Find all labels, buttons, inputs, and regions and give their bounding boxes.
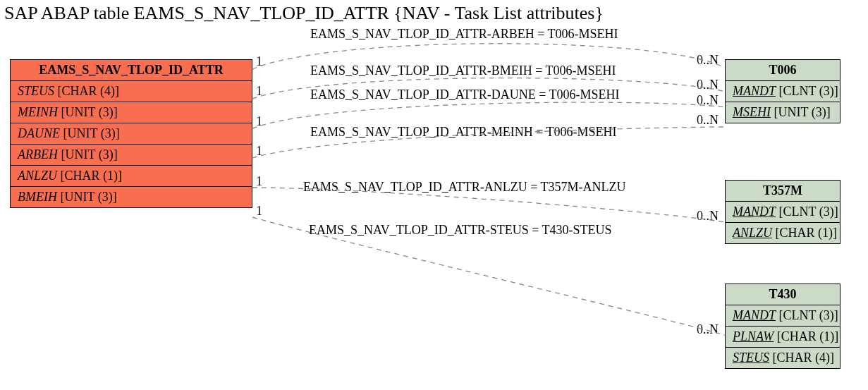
- entity-main-field: DAUNE [UNIT (3)]: [11, 123, 252, 145]
- entity-main-field: ARBEH [UNIT (3)]: [11, 145, 252, 166]
- entity-t357m: T357M MANDT [CLNT (3)] ANLZU [CHAR (1)]: [725, 180, 841, 244]
- relation-label: EAMS_S_NAV_TLOP_ID_ATTR-MEINH = T006-MSE…: [310, 125, 617, 140]
- entity-main-field: STEUS [CHAR (4)]: [11, 81, 252, 102]
- cardinality-right: 0..N: [697, 209, 719, 224]
- relation-label: EAMS_S_NAV_TLOP_ID_ATTR-ARBEH = T006-MSE…: [310, 27, 618, 42]
- entity-main: EAMS_S_NAV_TLOP_ID_ATTR STEUS [CHAR (4)]…: [10, 59, 252, 208]
- cardinality-left: 1: [256, 84, 262, 99]
- cardinality-right: 0..N: [697, 113, 719, 128]
- entity-t430: T430 MANDT [CLNT (3)] PLNAW [CHAR (1)] S…: [725, 284, 841, 369]
- entity-t430-field: PLNAW [CHAR (1)]: [726, 327, 840, 348]
- entity-t357m-header: T357M: [726, 181, 840, 202]
- entity-main-field: ANLZU [CHAR (1)]: [11, 166, 252, 187]
- cardinality-left: 1: [256, 204, 262, 219]
- entity-t006-field: MSEHI [UNIT (3)]: [726, 102, 840, 123]
- entity-t006: T006 MANDT [CLNT (3)] MSEHI [UNIT (3)]: [725, 59, 841, 123]
- cardinality-left: 1: [256, 54, 262, 69]
- relation-label: EAMS_S_NAV_TLOP_ID_ATTR-DAUNE = T006-MSE…: [310, 87, 620, 102]
- entity-t357m-field: ANLZU [CHAR (1)]: [726, 223, 840, 243]
- page-title: SAP ABAP table EAMS_S_NAV_TLOP_ID_ATTR {…: [4, 3, 604, 24]
- relation-label: EAMS_S_NAV_TLOP_ID_ATTR-BMEIH = T006-MSE…: [310, 63, 616, 78]
- cardinality-right: 0..N: [697, 78, 719, 92]
- entity-t430-field: STEUS [CHAR (4)]: [726, 348, 840, 368]
- entity-t430-field: MANDT [CLNT (3)]: [726, 305, 840, 327]
- entity-t357m-field: MANDT [CLNT (3)]: [726, 202, 840, 223]
- entity-main-field: MEINH [UNIT (3)]: [11, 102, 252, 123]
- relation-label: EAMS_S_NAV_TLOP_ID_ATTR-STEUS = T430-STE…: [309, 223, 612, 238]
- entity-main-header: EAMS_S_NAV_TLOP_ID_ATTR: [11, 60, 252, 81]
- cardinality-right: 0..N: [697, 53, 719, 68]
- entity-t006-header: T006: [726, 60, 840, 81]
- cardinality-right: 0..N: [697, 93, 719, 108]
- cardinality-left: 1: [256, 114, 262, 129]
- cardinality-left: 1: [256, 174, 262, 189]
- entity-main-field: BMEIH [UNIT (3)]: [11, 187, 252, 207]
- cardinality-left: 1: [256, 144, 262, 159]
- entity-t430-header: T430: [726, 284, 840, 305]
- cardinality-right: 0..N: [697, 322, 719, 337]
- entity-t006-field: MANDT [CLNT (3)]: [726, 81, 840, 102]
- relation-label: EAMS_S_NAV_TLOP_ID_ATTR-ANLZU = T357M-AN…: [303, 180, 625, 195]
